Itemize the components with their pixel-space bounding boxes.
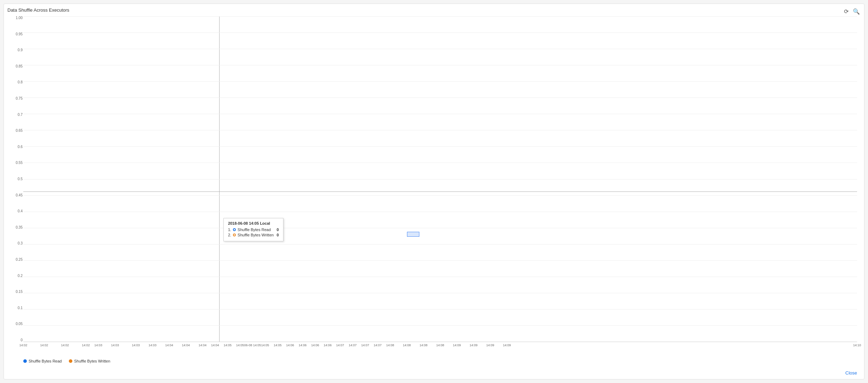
x-tick-15: 14:05 (261, 343, 269, 347)
y-tick-0.3: 0.3 (18, 242, 23, 245)
legend-item-written: Shuffle Bytes Written (69, 359, 110, 363)
x-tick-9: 14:04 (182, 343, 190, 347)
x-tick-22: 14:07 (349, 343, 357, 347)
grid-line-14 (23, 244, 857, 244)
y-axis: 1.000.950.90.850.80.750.70.650.60.550.50… (9, 16, 23, 342)
tooltip-title: 2018-06-08 14:05 Local (228, 221, 279, 225)
zoom-selection (407, 232, 419, 237)
x-tick-19: 14:06 (311, 343, 319, 347)
x-tick-14: 06-08 14:05 (244, 343, 261, 347)
y-tick-0.9: 0.9 (18, 48, 23, 52)
grid-line-9 (23, 163, 857, 163)
x-tick-4: 14:03 (94, 343, 102, 347)
x-tick-2: 14:02 (61, 343, 69, 347)
chart-area: Count 1.000.950.90.850.80.750.70.650.60.… (23, 16, 857, 353)
x-axis: 14:0214:0214:0214:0214:0314:0314:0314:03… (23, 342, 857, 353)
y-tick-0.95: 0.95 (16, 33, 23, 36)
y-tick-0.55: 0.55 (16, 161, 23, 165)
y-tick-0.75: 0.75 (16, 97, 23, 100)
y-tick-0.6: 0.6 (18, 145, 23, 149)
x-tick-20: 14:06 (324, 343, 332, 347)
x-tick-10: 14:04 (199, 343, 207, 347)
x-tick-17: 14:06 (286, 343, 294, 347)
tooltip-circle-written (233, 234, 236, 236)
x-tick-31: 14:09 (486, 343, 494, 347)
tooltip-value-read: 0 (277, 228, 279, 232)
tooltip-number-2: 2. (228, 233, 231, 237)
x-tick-30: 14:09 (469, 343, 478, 347)
x-tick-12: 14:05 (223, 343, 232, 347)
x-tick-26: 14:08 (403, 343, 411, 347)
x-tick-8: 14:04 (165, 343, 173, 347)
x-tick-0: 14:02 (19, 343, 28, 347)
x-tick-21: 14:07 (336, 343, 344, 347)
x-tick-6: 14:03 (132, 343, 140, 347)
tooltip-circle-read (233, 228, 236, 231)
y-tick-0.15: 0.15 (16, 290, 23, 294)
crosshair-horizontal (23, 192, 857, 192)
grid-line-7 (23, 130, 857, 130)
y-tick-1.00: 1.00 (16, 16, 23, 20)
x-tick-5: 14:03 (111, 343, 119, 347)
y-tick-0.8: 0.8 (18, 81, 23, 84)
x-tick-11: 14:04 (211, 343, 219, 347)
close-button[interactable]: Close (845, 370, 857, 376)
y-tick-0.25: 0.25 (16, 258, 23, 261)
tooltip-row-2: 2. Shuffle Bytes Written 0 (228, 233, 279, 237)
grid-line-11 (23, 195, 857, 196)
chart-tooltip: 2018-06-08 14:05 Local 1. Shuffle Bytes … (223, 218, 283, 241)
grid-line-8 (23, 146, 857, 147)
y-tick-0.65: 0.65 (16, 129, 23, 132)
grid-line-2 (23, 49, 857, 49)
x-tick-29: 14:09 (453, 343, 461, 347)
x-tick-32: 14:09 (503, 343, 511, 347)
y-tick-0: 0 (20, 338, 23, 342)
grid-line-6 (23, 114, 857, 114)
zoom-button[interactable]: 🔍 (852, 7, 861, 16)
tooltip-value-written: 0 (277, 233, 279, 237)
x-tick-1: 14:02 (40, 343, 48, 347)
y-tick-0.5: 0.5 (18, 177, 23, 181)
y-tick-0.7: 0.7 (18, 113, 23, 117)
grid-line-4 (23, 81, 857, 82)
legend-dot-read (23, 359, 27, 363)
chart-container: Data Shuffle Across Executors ⟳ 🔍 Count … (4, 4, 864, 379)
grid-line-1 (23, 33, 857, 33)
x-tick-7: 14:03 (149, 343, 157, 347)
grid-line-17 (23, 293, 857, 293)
y-tick-0.1: 0.1 (18, 306, 23, 310)
chart-legend: Shuffle Bytes Read Shuffle Bytes Written (23, 359, 110, 363)
legend-label-written: Shuffle Bytes Written (74, 359, 110, 363)
grid-line-3 (23, 65, 857, 65)
grid-line-13 (23, 228, 857, 228)
x-tick-28: 14:08 (436, 343, 444, 347)
y-tick-0.35: 0.35 (16, 226, 23, 229)
grid-line-18 (23, 309, 857, 310)
legend-dot-written (69, 359, 72, 363)
y-tick-0.4: 0.4 (18, 210, 23, 213)
x-tick-13: 14:05 (236, 343, 244, 347)
grid-line-10 (23, 179, 857, 179)
legend-label-read: Shuffle Bytes Read (29, 359, 62, 363)
x-tick-18: 14:06 (299, 343, 307, 347)
tooltip-label-read: Shuffle Bytes Read (238, 228, 275, 232)
y-tick-0.2: 0.2 (18, 274, 23, 278)
x-tick-25: 14:08 (386, 343, 394, 347)
refresh-button[interactable]: ⟳ (843, 7, 849, 16)
tooltip-number-1: 1. (228, 228, 231, 232)
grid-line-5 (23, 98, 857, 98)
x-tick-16: 14:05 (274, 343, 282, 347)
tooltip-row-1: 1. Shuffle Bytes Read 0 (228, 228, 279, 232)
x-tick-3: 14:02 (82, 343, 90, 347)
grid-line-15 (23, 260, 857, 261)
y-tick-0.85: 0.85 (16, 65, 23, 68)
grid-line-12 (23, 212, 857, 212)
y-tick-0.05: 0.05 (16, 322, 23, 326)
grid-line-16 (23, 277, 857, 277)
x-tick-27: 14:08 (419, 343, 427, 347)
x-tick-24: 14:07 (374, 343, 382, 347)
y-tick-0.45: 0.45 (16, 194, 23, 197)
legend-item-read: Shuffle Bytes Read (23, 359, 62, 363)
tooltip-label-written: Shuffle Bytes Written (238, 233, 275, 237)
x-tick-23: 14:07 (361, 343, 369, 347)
